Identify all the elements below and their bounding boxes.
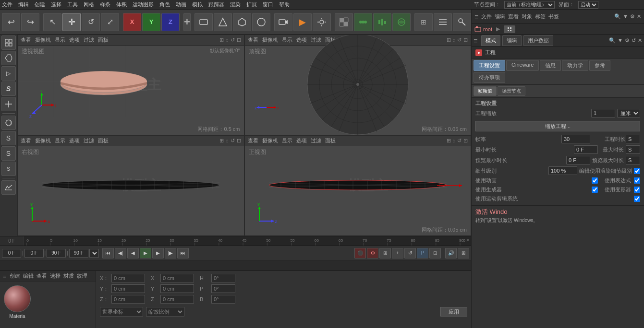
scale-unit-select[interactable]: 厘米 (617, 109, 640, 117)
max-time-input[interactable] (626, 145, 640, 154)
material-ball[interactable] (4, 285, 31, 312)
tab-mode[interactable]: 模式 (481, 35, 500, 46)
render-settings-btn[interactable] (313, 13, 331, 31)
viewport-shading-btn[interactable] (335, 13, 353, 31)
editor-detail-checkbox[interactable] (634, 168, 640, 174)
scale-mode-select[interactable]: 缩放比例 (146, 307, 184, 316)
mat-menu-create[interactable]: 创建 (10, 272, 20, 280)
material-item-1[interactable]: Materia (4, 285, 31, 319)
left-tool-5[interactable] (1, 97, 16, 111)
menu-item-file[interactable]: 文件 (2, 1, 12, 8)
mograph-btn[interactable] (354, 13, 372, 31)
vp-persp-view[interactable]: 查看 (21, 36, 31, 44)
layout-btn-1[interactable]: ⊞ (414, 13, 433, 31)
next-frame-btn[interactable]: ▶ (152, 248, 164, 258)
right-close-icon[interactable]: ✕ (637, 13, 641, 20)
select-tool-btn[interactable]: ↖ (43, 13, 61, 31)
timeline-tool-4[interactable]: P (417, 248, 428, 258)
tab-cineware[interactable]: Cineware (506, 60, 539, 71)
mat-menu-edit[interactable]: 编辑 (23, 272, 34, 280)
vp-persp-display[interactable]: 显示 (55, 36, 65, 44)
left-tool-3[interactable]: ▷ (1, 66, 16, 81)
coord-system-select[interactable]: 世界坐标 (100, 307, 143, 316)
detail-input[interactable] (548, 166, 577, 175)
use-anim-checkbox[interactable] (592, 177, 598, 184)
mograph-btn-2[interactable] (373, 13, 391, 31)
tab-userdata[interactable]: 用户数据 (523, 35, 553, 46)
vp-persp-icon-3[interactable]: ↺ (231, 37, 235, 43)
vp-top-view[interactable]: 查看 (248, 36, 258, 44)
vp-right-icon-1[interactable]: ⊞ (219, 138, 224, 144)
mat-menu-select[interactable]: 选择 (50, 272, 61, 280)
vp-right-icon-2[interactable]: ↕ (226, 138, 229, 144)
mat-menu-view[interactable]: 查看 (36, 272, 47, 280)
vp-front-icon-2[interactable]: ↕ (453, 138, 456, 144)
right-settings-icon[interactable]: ⚙ (630, 13, 635, 20)
record-key-btn[interactable]: ⚫ (354, 248, 366, 258)
rotate-tool-btn[interactable]: ↺ (82, 13, 100, 31)
vp-right-select[interactable]: 选项 (69, 137, 80, 144)
y-coord-input[interactable] (111, 284, 145, 293)
menu-item-edit[interactable]: 编辑 (18, 1, 29, 8)
current-frame-input[interactable] (24, 249, 44, 258)
viewport-top[interactable]: 查看 摄像机 显示 选项 过滤 面板 ⊞ ↕ ↺ ⊡ 顶视图 CG模型主 (244, 35, 472, 135)
scale-project-btn[interactable]: 缩放工程... (475, 121, 640, 131)
vp-persp-icon-2[interactable]: ↕ (226, 37, 229, 43)
mat-menu-material[interactable]: 材质 (63, 272, 74, 280)
vp-right-icon-4[interactable]: ⊡ (237, 138, 241, 144)
menu-item-extend[interactable]: 扩展 (246, 1, 257, 8)
vp-top-icon-1[interactable]: ⊞ (447, 37, 451, 43)
menu-item-select[interactable]: 选择 (51, 1, 61, 8)
vp-front-icon-3[interactable]: ↺ (457, 138, 462, 144)
vp-persp-select[interactable]: 选项 (69, 36, 80, 44)
right-panel-file-menu[interactable]: 文件 (481, 13, 492, 20)
menu-item-window[interactable]: 窗口 (263, 1, 273, 8)
right-panel-view-menu[interactable]: 查看 (508, 13, 519, 20)
go-start-btn[interactable]: ⏮ (102, 248, 114, 258)
mode-menu-icon[interactable]: ≡ (474, 37, 477, 45)
use-motion-checkbox[interactable] (634, 196, 640, 202)
vp-front-icon-4[interactable]: ⊡ (463, 138, 468, 144)
duration-input[interactable] (626, 135, 640, 143)
node-space-select[interactable]: 当前（标准/物理） (504, 1, 555, 9)
fps-input[interactable] (561, 135, 590, 143)
shape-btn-1[interactable] (194, 13, 213, 31)
root-expand-btn[interactable] (504, 25, 515, 33)
prev-frame-btn[interactable]: ◀ (127, 248, 139, 258)
tab-edit[interactable]: 编辑 (502, 35, 522, 46)
undo-button[interactable]: ↩ (2, 13, 20, 31)
left-tool-4[interactable]: S (1, 82, 16, 96)
end-frame-input-1[interactable] (47, 249, 66, 258)
vp-persp-camera[interactable]: 摄像机 (35, 36, 51, 44)
shape-btn-3[interactable] (233, 13, 251, 31)
vp-front-panel[interactable]: 面板 (325, 137, 336, 144)
timeline-tool-3[interactable]: ↺ (404, 248, 416, 258)
tab-project-settings[interactable]: 工程设置 (474, 60, 505, 71)
interface-select[interactable]: 启动 (578, 1, 598, 9)
timeline-tool-1[interactable]: ⊞ (379, 248, 391, 258)
timeline-end-btn[interactable]: ⊞ (458, 248, 469, 258)
shape-btn-4[interactable] (252, 13, 270, 31)
mode-filter-icon[interactable]: ▼ (618, 37, 623, 44)
viewport-perspective[interactable]: 查看 摄像机 显示 选项 过滤 面板 ⊞ ↕ ↺ ⊡ 透视视图 默认摄像机:0° (17, 35, 244, 135)
x-coord-input[interactable] (111, 274, 145, 282)
vp-persp-icon-1[interactable]: ⊞ (219, 37, 224, 43)
menu-item-tracker[interactable]: 跟踪器 (208, 1, 224, 8)
menu-item-create[interactable]: 创建 (35, 1, 45, 8)
menu-item-character[interactable]: 角色 (159, 1, 170, 8)
mat-menu-icon[interactable]: ≡ (3, 272, 7, 280)
tab-reference[interactable]: 参考 (589, 60, 610, 71)
vp-front-icon-1[interactable]: ⊞ (447, 138, 451, 144)
vp-top-icon-4[interactable]: ⊡ (463, 37, 468, 43)
timeline-tool-2[interactable]: + (392, 248, 403, 258)
z2-coord-input[interactable] (160, 295, 194, 304)
viewport-right[interactable]: 查看 摄像机 显示 选项 过滤 面板 ⊞ ↕ ↺ ⊡ 右视图 CG模型主 (17, 135, 244, 236)
left-tool-7[interactable]: S (1, 131, 16, 145)
vp-right-camera[interactable]: 摄像机 (35, 137, 51, 144)
viewport-front[interactable]: 查看 摄像机 显示 选项 过滤 面板 ⊞ ↕ ↺ ⊡ 正视图 CG模型主 (244, 135, 472, 236)
subtab-fps[interactable]: 帧频值 (474, 86, 497, 96)
vp-right-display[interactable]: 显示 (55, 137, 65, 144)
start-frame-input[interactable] (2, 249, 21, 258)
right-panel-bookmark-menu[interactable]: 书签 (548, 13, 559, 20)
right-panel-edit-menu[interactable]: 编辑 (495, 13, 505, 20)
